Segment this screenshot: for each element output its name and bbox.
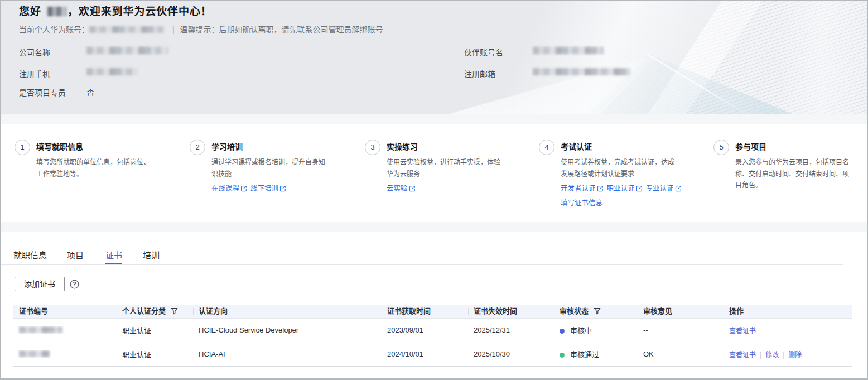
svg-text:?: ? (73, 281, 76, 287)
